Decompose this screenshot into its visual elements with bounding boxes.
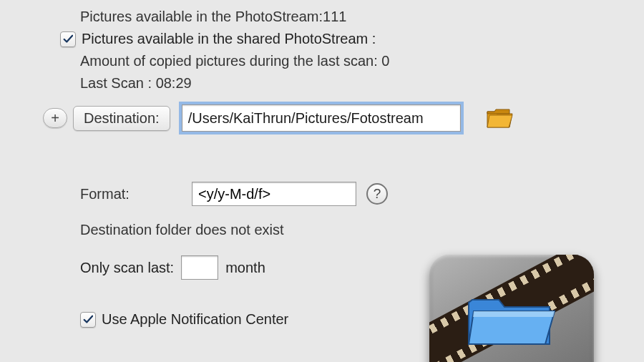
only-scan-input[interactable]	[181, 255, 218, 280]
photostream-count-value: 111	[323, 9, 346, 24]
only-scan-label-pre: Only scan last:	[80, 260, 174, 276]
format-input[interactable]	[192, 182, 356, 206]
blue-folder-icon	[465, 287, 558, 351]
last-scan-value: 08:29	[156, 75, 192, 91]
destination-path-input[interactable]	[182, 104, 461, 132]
destination-row: + Destination:	[43, 104, 644, 132]
copied-count-value: 0	[381, 53, 389, 69]
notification-checkbox[interactable]	[80, 312, 96, 328]
only-scan-label-post: month	[225, 260, 265, 276]
format-row: Format: ?	[80, 182, 644, 206]
checkmark-icon	[63, 34, 73, 44]
format-label: Format:	[80, 186, 192, 202]
copied-count-label: Amount of copied pictures during the las…	[80, 53, 381, 69]
notification-label: Use Apple Notification Center	[102, 311, 288, 328]
photostream-count-label: Pictures available in the PhotoStream:	[80, 9, 323, 24]
help-icon: ?	[374, 186, 381, 202]
last-scan-label: Last Scan :	[80, 75, 156, 91]
folder-icon	[485, 106, 514, 130]
copied-count-line: Amount of copied pictures during the las…	[80, 53, 644, 69]
last-scan-line: Last Scan : 08:29	[80, 75, 644, 92]
shared-photostream-row: Pictures available in the shared PhotoSt…	[60, 31, 644, 47]
add-destination-button[interactable]: +	[43, 108, 67, 128]
shared-photostream-checkbox[interactable]	[60, 31, 76, 47]
destination-warning: Destination folder does not exist	[80, 222, 644, 238]
photostream-count-line: Pictures available in the PhotoStream:11…	[80, 9, 644, 25]
app-icon	[429, 255, 594, 362]
format-help-button[interactable]: ?	[366, 183, 388, 205]
shared-photostream-label: Pictures available in the shared PhotoSt…	[82, 31, 376, 47]
destination-button[interactable]: Destination:	[73, 106, 170, 131]
plus-icon: +	[51, 110, 59, 127]
destination-button-label: Destination:	[84, 110, 160, 126]
checkmark-icon	[83, 315, 93, 325]
